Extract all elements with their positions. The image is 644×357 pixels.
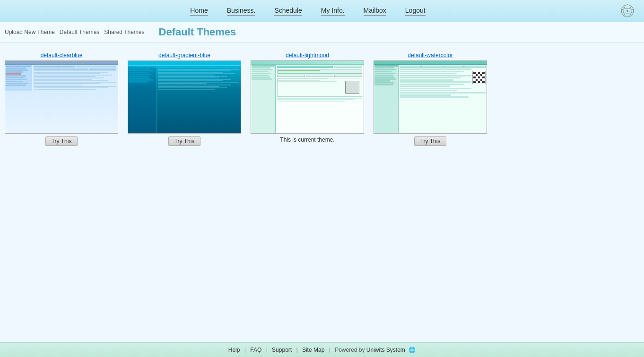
theme-preview-lightmood [251, 60, 364, 134]
footer-sep-1: | [244, 347, 246, 353]
header: Home Business. Schedule My Info. Mailbox… [0, 0, 644, 22]
theme-preview-gradientblue [128, 60, 241, 134]
theme-action-gradientblue: Try This [168, 136, 201, 146]
footer: Help | FAQ | Support | Site Map | Powere… [0, 342, 644, 357]
theme-name-lightmood[interactable]: default-lightmood [286, 52, 329, 59]
logo-area [616, 4, 644, 18]
footer-sep-4: | [329, 347, 331, 353]
theme-preview-watercolor [374, 60, 487, 134]
theme-action-watercolor: Try This [414, 136, 447, 146]
theme-grid: default-clearblue [5, 47, 639, 151]
nav-mailbox[interactable]: Mailbox [364, 7, 386, 16]
theme-card-watercolor: default-watercolor [374, 52, 487, 146]
page-title: Default Themes [159, 26, 236, 38]
theme-action-lightmood: This is current theme. [280, 136, 334, 143]
nav: Home Business. Schedule My Info. Mailbox… [0, 7, 616, 16]
theme-name-clearblue[interactable]: default-clearblue [41, 52, 83, 59]
nav-myinfo[interactable]: My Info. [321, 7, 345, 16]
logo-icon [620, 4, 635, 18]
footer-powered-text: Powered by [335, 347, 365, 353]
footer-sitemap[interactable]: Site Map [302, 347, 324, 353]
try-this-clearblue[interactable]: Try This [45, 136, 78, 146]
theme-card-clearblue: default-clearblue [5, 52, 118, 146]
theme-card-lightmood: default-lightmood [251, 52, 364, 146]
try-this-gradientblue[interactable]: Try This [168, 136, 201, 146]
try-this-watercolor[interactable]: Try This [414, 136, 447, 146]
tab-bar: Upload New Theme Default Themes Shared T… [0, 22, 644, 42]
tab-shared[interactable]: Shared Themes [104, 29, 144, 35]
globe-icon: 🌐 [409, 347, 416, 353]
main-content: default-clearblue [0, 42, 644, 342]
nav-logout[interactable]: Logout [405, 7, 426, 16]
tab-default[interactable]: Default Themes [60, 29, 100, 35]
footer-faq[interactable]: FAQ [250, 347, 261, 353]
footer-sep-3: | [296, 347, 297, 353]
current-theme-label: This is current theme. [280, 136, 334, 143]
theme-preview-clearblue [5, 60, 118, 134]
theme-name-gradientblue[interactable]: default-gradient-blue [158, 52, 210, 59]
svg-point-3 [627, 10, 628, 12]
footer-sep-2: | [266, 347, 268, 353]
footer-system-link[interactable]: Uniwits System [366, 347, 405, 353]
nav-business[interactable]: Business. [227, 7, 256, 16]
footer-help[interactable]: Help [228, 347, 240, 353]
nav-home[interactable]: Home [190, 7, 208, 16]
nav-schedule[interactable]: Schedule [274, 7, 302, 16]
theme-action-clearblue: Try This [45, 136, 78, 146]
theme-name-watercolor[interactable]: default-watercolor [408, 52, 453, 59]
tab-upload[interactable]: Upload New Theme [5, 29, 55, 35]
footer-support[interactable]: Support [272, 347, 292, 353]
theme-card-gradientblue: default-gradient-blue [128, 52, 241, 146]
